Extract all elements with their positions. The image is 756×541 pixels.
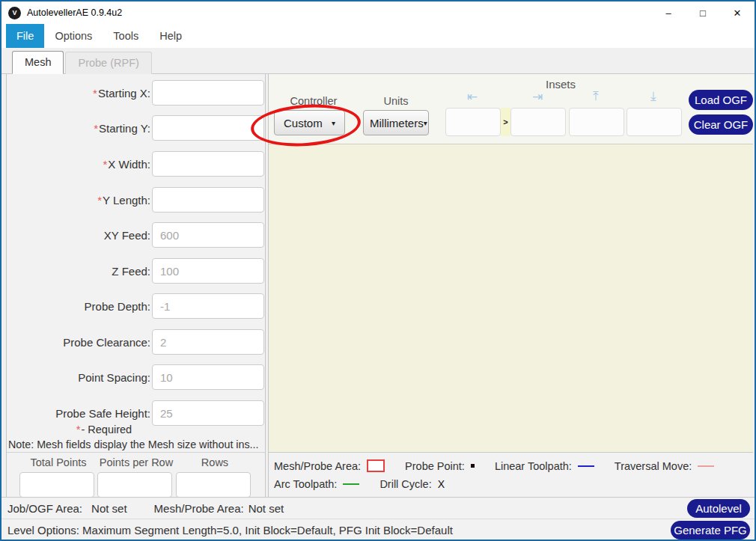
- probe-clearance-label: Probe Clearance:: [7, 329, 150, 355]
- form-row: Probe Clearance:: [7, 329, 265, 355]
- minimize-icon: –: [665, 7, 671, 19]
- clear-ogf-button[interactable]: Clear OGF: [689, 114, 753, 135]
- level-options-text: Level Options: Maximum Segment Length=5.…: [7, 524, 453, 537]
- legend-label: Arc Toolpath:: [274, 478, 337, 490]
- label-text: X Width:: [108, 158, 150, 171]
- tab-strip: Mesh Probe (RPF): [1, 48, 755, 74]
- z-feed-input[interactable]: [152, 258, 264, 284]
- required-note-text: - Required: [81, 424, 132, 435]
- tab-probe-rpf: Probe (RPF): [65, 52, 151, 74]
- starting-x-input[interactable]: [152, 80, 264, 106]
- required-note: *- Required: [7, 424, 201, 435]
- app-window: V AutolevellerAE 0.9.4u2 – □ ✕ File Opti…: [0, 0, 756, 541]
- starting-y-input[interactable]: [152, 115, 264, 141]
- inset-right-input[interactable]: [510, 108, 566, 136]
- form-row: *Y Length:: [7, 187, 265, 213]
- probe-depth-label: Probe Depth:: [7, 293, 150, 319]
- point-spacing-label: Point Spacing:: [7, 364, 150, 390]
- menu-help[interactable]: Help: [149, 24, 192, 48]
- label-text: Probe Safe Height:: [55, 407, 150, 420]
- generate-pfg-button[interactable]: Generate PFG: [671, 521, 750, 540]
- controller-value: Custom: [284, 117, 323, 129]
- required-asterisk: *: [97, 194, 102, 207]
- required-asterisk: *: [76, 424, 81, 435]
- x-width-input[interactable]: [152, 151, 264, 177]
- form-row: *Starting Y:: [7, 115, 265, 141]
- units-label: Units: [360, 95, 432, 107]
- form-row: Z Feed:: [7, 258, 265, 284]
- rows-input[interactable]: [176, 472, 251, 497]
- app-icon-glyph: V: [12, 9, 16, 16]
- starting-x-label: *Starting X:: [7, 80, 150, 106]
- job-ogf-area-value: Not set: [91, 502, 127, 515]
- maximize-icon: □: [700, 7, 706, 19]
- preview-panel: Controller Custom ▾ Units Millimeters ▾ …: [268, 74, 753, 497]
- legend-label: Drill Cycle:: [379, 478, 431, 490]
- toolpath-preview-canvas[interactable]: [269, 144, 753, 452]
- menu-bar: File Options Tools Help: [1, 24, 755, 48]
- rows-header: Rows: [176, 456, 254, 468]
- label-text: Z Feed:: [112, 265, 150, 278]
- probe-depth-input[interactable]: [152, 293, 264, 319]
- total-points-input[interactable]: [19, 472, 94, 497]
- label-text: Starting X:: [98, 87, 150, 100]
- points-per-row-header: Points per Row: [97, 456, 175, 468]
- job-ogf-area-label: Job/OGF Area:: [7, 502, 82, 515]
- legend-traversal-move: Traversal Move:: [615, 460, 714, 472]
- inset-right-icon: ⇥: [526, 89, 549, 105]
- autolevel-button[interactable]: Autolevel: [687, 499, 750, 518]
- required-asterisk: *: [103, 158, 107, 171]
- window-controls: – □ ✕: [651, 1, 755, 24]
- close-button[interactable]: ✕: [720, 1, 755, 24]
- mesh-probe-area-value: Not set: [249, 502, 284, 515]
- menu-file[interactable]: File: [6, 24, 44, 48]
- title-bar: V AutolevellerAE 0.9.4u2 – □ ✕: [1, 1, 755, 24]
- inset-bottom-input[interactable]: [627, 108, 682, 136]
- maximize-button[interactable]: □: [686, 1, 720, 24]
- label-text: Probe Depth:: [85, 300, 150, 313]
- inset-left-input[interactable]: [445, 108, 501, 136]
- inset-top-icon: ⤒: [585, 89, 607, 104]
- required-asterisk: *: [94, 122, 98, 135]
- tab-mesh[interactable]: Mesh: [12, 51, 64, 74]
- chevron-down-icon: ▾: [424, 119, 427, 127]
- z-feed-label: Z Feed:: [7, 258, 150, 284]
- form-row: Probe Depth:: [7, 293, 265, 319]
- minimize-button[interactable]: –: [651, 1, 686, 24]
- total-points-header: Total Points: [19, 456, 97, 468]
- legend-arc-toolpath: Arc Toolpath:: [274, 478, 359, 490]
- mesh-settings-panel: *Starting X: *Starting Y: *X Width: *Y L…: [6, 74, 266, 497]
- inset-top-input[interactable]: [569, 108, 624, 136]
- y-length-label: *Y Length:: [7, 187, 150, 213]
- status-row-areas: Job/OGF Area: Not set Mesh/Probe Area: N…: [1, 498, 755, 519]
- panel-divider: [7, 452, 265, 453]
- mesh-probe-area-label: Mesh/Probe Area:: [154, 502, 244, 515]
- controller-dropdown[interactable]: Custom ▾: [274, 110, 345, 135]
- menu-tools[interactable]: Tools: [103, 24, 149, 48]
- mesh-area-swatch: [367, 459, 385, 472]
- legend-mesh-probe-area: Mesh/Probe Area:: [274, 459, 385, 472]
- points-per-row-input[interactable]: [97, 472, 172, 497]
- xy-feed-input[interactable]: [152, 222, 264, 248]
- probe-safe-height-input[interactable]: [152, 400, 264, 426]
- status-bar: Job/OGF Area: Not set Mesh/Probe Area: N…: [1, 497, 755, 540]
- legend-label: Linear Toolpath:: [495, 460, 572, 472]
- legend-row-2: Arc Toolpath: Drill Cycle: X: [274, 478, 465, 490]
- probe-point-swatch: [471, 464, 475, 468]
- menu-options[interactable]: Options: [44, 24, 103, 48]
- form-row: Probe Safe Height:: [7, 400, 265, 426]
- form-row: XY Feed:: [7, 222, 265, 248]
- point-spacing-input[interactable]: [152, 364, 264, 390]
- starting-y-label: *Starting Y:: [7, 115, 150, 141]
- probe-clearance-input[interactable]: [152, 329, 264, 355]
- drill-cycle-swatch: X: [438, 478, 445, 490]
- arc-toolpath-swatch: [343, 483, 359, 485]
- xy-feed-label: XY Feed:: [7, 222, 150, 248]
- controller-label: Controller: [276, 95, 351, 107]
- window-title: AutolevellerAE 0.9.4u2: [27, 7, 122, 18]
- inset-left-icon: ⇤: [461, 89, 484, 105]
- units-dropdown[interactable]: Millimeters ▾: [363, 110, 429, 135]
- load-ogf-button[interactable]: Load OGF: [689, 90, 753, 110]
- y-length-input[interactable]: [152, 187, 264, 213]
- legend-row-1: Mesh/Probe Area: Probe Point: Linear Too…: [274, 459, 734, 472]
